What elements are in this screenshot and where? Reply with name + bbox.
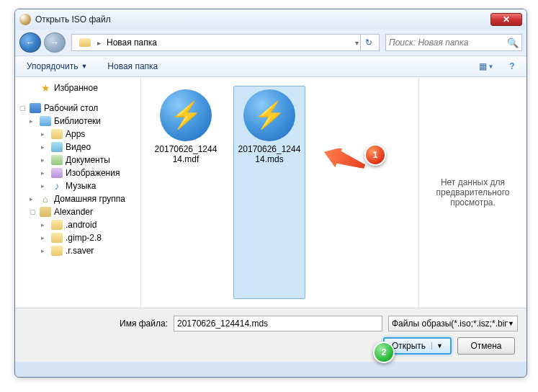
app-icon — [19, 14, 31, 25]
breadcrumb[interactable]: ▸ Новая папка ▾ ↻ — [71, 34, 380, 51]
tree-libraries[interactable]: ▸Библиотеки — [17, 115, 139, 128]
bottom-panel: Имя файла: Файлы образы(*.iso;*.isz;*.bi… — [15, 308, 526, 362]
folder-icon — [51, 220, 63, 230]
breadcrumb-label: Новая папка — [107, 37, 157, 48]
homegroup-icon: ⌂ — [40, 194, 51, 204]
new-folder-button[interactable]: Новая папка — [102, 58, 163, 74]
annotation-marker-2: 2 — [373, 342, 395, 363]
disc-image-icon: ⚡ — [160, 89, 212, 141]
preview-text: Нет данных для предварительного просмотр… — [425, 177, 521, 208]
arrow-right-icon: → — [50, 37, 59, 48]
view-button[interactable]: ▦▼ — [478, 58, 495, 74]
nav-tree[interactable]: ★Избранное ▢Рабочий стол ▸Библиотеки ▸Ap… — [15, 77, 141, 308]
tree-label: Apps — [66, 129, 85, 139]
tree-label: Изображения — [66, 168, 120, 178]
search-icon: 🔍 — [507, 37, 519, 48]
expand-icon[interactable]: ▸ — [41, 234, 48, 241]
back-button[interactable]: ← — [19, 32, 41, 53]
desktop-icon — [30, 103, 41, 113]
tree-homegroup[interactable]: ▸⌂Домашняя группа — [17, 192, 139, 205]
expand-icon[interactable]: ▸ — [41, 143, 48, 151]
chevron-right-icon: ▸ — [97, 39, 101, 47]
disc-image-icon: ⚡ — [243, 89, 295, 141]
cancel-label: Отмена — [470, 341, 501, 351]
chevron-down-icon: ▼ — [431, 342, 443, 349]
tree-favorites[interactable]: ★Избранное — [17, 81, 139, 94]
breadcrumb-current[interactable]: Новая папка — [102, 36, 162, 49]
tree-desktop[interactable]: ▢Рабочий стол — [17, 102, 139, 115]
tree-label: Видео — [66, 142, 91, 152]
help-button[interactable]: ? — [503, 58, 521, 74]
libraries-icon — [40, 116, 51, 126]
file-dialog-window: Открыть ISO файл ✕ ← → ▸ Новая папка ▾ ↻… — [14, 9, 527, 378]
file-type-combo[interactable]: Файлы образы(*.iso;*.isz;*.bin; ▼ — [388, 316, 518, 331]
tree-folder-gimp[interactable]: ▸.gimp-2.8 — [17, 231, 139, 244]
collapse-icon[interactable]: ▢ — [19, 104, 27, 112]
dialog-body: ★Избранное ▢Рабочий стол ▸Библиотеки ▸Ap… — [15, 77, 526, 308]
filename-input[interactable] — [174, 316, 382, 331]
preview-pane: Нет данных для предварительного просмотр… — [418, 77, 526, 308]
expand-icon[interactable]: ▸ — [41, 247, 48, 254]
tree-label: .android — [66, 220, 97, 230]
annotation-marker-1: 1 — [364, 144, 386, 166]
lightning-icon: ⚡ — [170, 100, 202, 130]
tree-images[interactable]: ▸Изображения — [17, 166, 139, 179]
user-icon — [40, 207, 51, 217]
cancel-button[interactable]: Отмена — [457, 337, 515, 355]
expand-icon[interactable]: ▸ — [41, 130, 48, 138]
file-list[interactable]: ⚡ 20170626_124414.mdf ⚡ 20170626_124414.… — [141, 77, 418, 308]
help-icon: ? — [509, 61, 514, 71]
tree-folder-android[interactable]: ▸.android — [17, 218, 139, 231]
tree-video[interactable]: ▸Видео — [17, 141, 139, 153]
tree-label: Alexander — [54, 207, 93, 217]
tree-label: Избранное — [54, 83, 98, 93]
breadcrumb-root[interactable] — [75, 37, 96, 48]
tree-label: .r.saver — [66, 246, 94, 256]
expand-icon[interactable]: ▸ — [41, 156, 48, 164]
tree-user[interactable]: ▢Alexander — [17, 205, 139, 218]
open-label: Открыть — [392, 341, 426, 351]
forward-button[interactable]: → — [44, 32, 66, 53]
organize-button[interactable]: Упорядочить▼ — [21, 58, 93, 74]
tree-music[interactable]: ▸♪Музыка — [17, 179, 139, 192]
window-title: Открыть ISO файл — [35, 14, 111, 24]
expand-icon[interactable]: ▸ — [41, 221, 48, 228]
tree-label: Музыка — [66, 181, 96, 191]
images-icon — [51, 168, 63, 178]
tree-label: .gimp-2.8 — [66, 233, 102, 243]
folder-icon — [51, 246, 63, 256]
new-folder-label: Новая папка — [107, 61, 158, 71]
file-item-mds[interactable]: ⚡ 20170626_124414.mds — [233, 86, 305, 299]
tree-folder-rsaver[interactable]: ▸.r.saver — [17, 244, 139, 257]
chevron-down-icon: ▼ — [508, 320, 514, 327]
toolbar: Упорядочить▼ Новая папка ▦▼ ? — [15, 55, 526, 77]
documents-icon — [51, 155, 63, 165]
tree-label: Домашняя группа — [54, 194, 125, 204]
tree-label: Документы — [66, 155, 110, 165]
expand-icon[interactable]: ▸ — [41, 169, 48, 177]
collapse-icon[interactable]: ▢ — [30, 208, 37, 215]
search-box[interactable]: 🔍 — [385, 34, 522, 51]
filter-label: Файлы образы(*.iso;*.isz;*.bin; — [392, 318, 508, 329]
tree-documents[interactable]: ▸Документы — [17, 153, 139, 166]
tree-apps[interactable]: ▸Apps — [17, 128, 139, 141]
view-icon: ▦ — [479, 61, 487, 71]
video-icon — [51, 142, 63, 152]
refresh-button[interactable]: ↻ — [360, 35, 376, 50]
file-item-mdf[interactable]: ⚡ 20170626_124414.mdf — [150, 86, 222, 299]
folder-icon — [51, 129, 63, 139]
folder-icon — [51, 233, 63, 243]
titlebar: Открыть ISO файл ✕ — [15, 9, 526, 30]
close-icon: ✕ — [503, 14, 510, 24]
expand-icon[interactable]: ▸ — [30, 117, 37, 125]
chevron-down-icon[interactable]: ▾ — [355, 39, 359, 47]
organize-label: Упорядочить — [27, 61, 78, 71]
arrow-left-icon: ← — [26, 37, 35, 48]
expand-icon[interactable]: ▸ — [30, 195, 37, 202]
expand-icon[interactable]: ▸ — [41, 182, 48, 190]
lightning-icon: ⚡ — [254, 100, 286, 130]
search-input[interactable] — [389, 37, 507, 48]
file-name: 20170626_124414.mdf — [153, 144, 218, 165]
close-button[interactable]: ✕ — [490, 13, 522, 26]
music-icon: ♪ — [51, 181, 63, 191]
